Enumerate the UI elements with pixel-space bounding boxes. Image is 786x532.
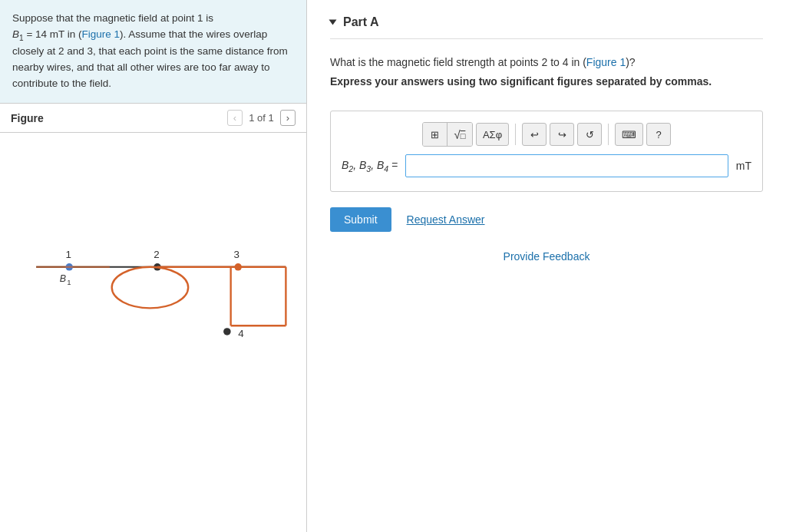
help-icon: ?: [656, 129, 661, 140]
figure-diagram: 1 B 1 2 3: [15, 179, 299, 348]
svg-text:3: 3: [233, 249, 239, 260]
svg-text:1: 1: [67, 278, 71, 286]
figure-canvas: 1 B 1 2 3: [0, 133, 306, 532]
chevron-right-icon: ›: [286, 112, 289, 124]
problem-text-box: Suppose that the magnetic field at point…: [0, 0, 306, 104]
toolbar-separator-1: [515, 124, 516, 145]
undo-icon: ↩: [530, 129, 539, 140]
redo-btn[interactable]: ↪: [550, 123, 574, 146]
reset-btn[interactable]: ↺: [577, 123, 602, 146]
answer-input[interactable]: [405, 154, 728, 177]
keyboard-btn[interactable]: ⌨: [615, 123, 643, 146]
point-4-dot: [223, 328, 231, 335]
figure-title: Figure: [11, 112, 44, 124]
unit-label: mT: [736, 160, 751, 172]
svg-text:1: 1: [65, 249, 71, 260]
svg-text:2: 2: [154, 249, 159, 260]
format-btn-group: ⊞ √□: [422, 122, 473, 147]
chevron-left-icon: ‹: [233, 112, 236, 124]
greek-btn[interactable]: ΑΣφ: [476, 123, 509, 146]
question-text: What is the magnetic field strength at p…: [330, 55, 763, 71]
right-panel: Part A What is the magnetic field streng…: [307, 0, 786, 532]
reset-icon: ↺: [586, 129, 594, 140]
answer-box: ⊞ √□ ΑΣφ ↩ ↪ ↺: [330, 111, 763, 192]
left-panel: Suppose that the magnetic field at point…: [0, 0, 307, 532]
redo-icon: ↪: [558, 129, 566, 140]
sqrt-btn[interactable]: √□: [447, 123, 472, 146]
figure-header: Figure ‹ 1 of 1 ›: [0, 104, 306, 133]
question-container: What is the magnetic field strength at p…: [330, 55, 763, 98]
prev-figure-btn[interactable]: ‹: [227, 110, 243, 126]
matrix-icon: ⊞: [431, 129, 439, 140]
math-toolbar: ⊞ √□ ΑΣφ ↩ ↪ ↺: [342, 122, 751, 147]
keyboard-icon: ⌨: [622, 129, 636, 140]
collapse-icon[interactable]: [329, 20, 337, 25]
svg-point-5: [112, 267, 188, 309]
figure1-link-question[interactable]: Figure 1: [586, 56, 626, 68]
request-answer-button[interactable]: Request Answer: [407, 213, 485, 226]
part-title: Part A: [343, 15, 379, 29]
submit-button[interactable]: Submit: [330, 207, 391, 232]
figure-section: Figure ‹ 1 of 1 ›: [0, 104, 306, 532]
input-label: B2, B3, B4 =: [342, 159, 398, 173]
sqrt-icon: √□: [454, 128, 465, 141]
svg-text:4: 4: [238, 328, 244, 339]
undo-btn[interactable]: ↩: [522, 123, 547, 146]
problem-text: Suppose that the magnetic field at point…: [12, 11, 294, 92]
help-btn[interactable]: ?: [646, 123, 671, 146]
svg-text:B: B: [60, 273, 66, 284]
input-row: B2, B3, B4 = mT: [342, 154, 751, 177]
provide-feedback-button[interactable]: Provide Feedback: [330, 250, 763, 263]
figure1-link-problem[interactable]: Figure 1: [82, 28, 121, 40]
matrix-btn[interactable]: ⊞: [423, 123, 447, 146]
next-figure-btn[interactable]: ›: [280, 110, 296, 126]
figure-nav: ‹ 1 of 1 ›: [227, 110, 296, 126]
page-indicator: 1 of 1: [249, 112, 274, 124]
toolbar-separator-2: [608, 124, 609, 145]
instruction-text: Express your answers using two significa…: [330, 75, 763, 88]
action-row: Submit Request Answer: [330, 207, 763, 232]
part-header: Part A: [330, 15, 763, 39]
greek-icon: ΑΣφ: [483, 129, 502, 140]
